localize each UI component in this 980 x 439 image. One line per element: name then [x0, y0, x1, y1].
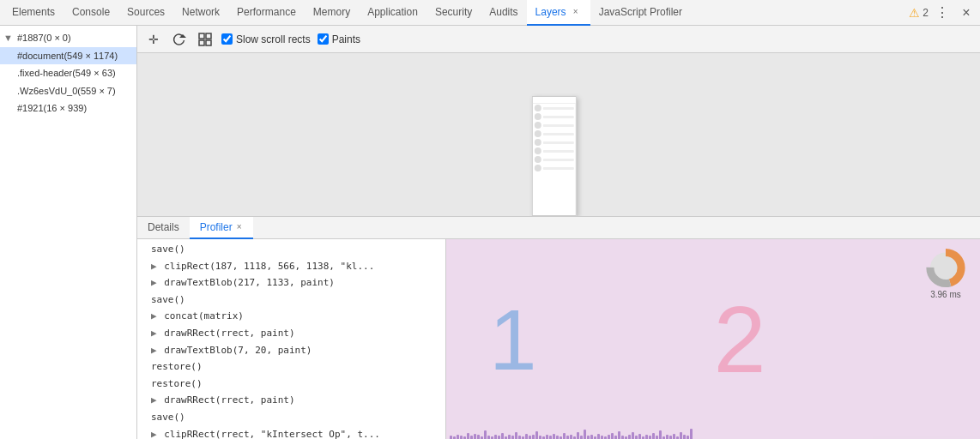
layer-item-document[interactable]: #document(549 × 1174): [0, 47, 136, 65]
pan-tool-button[interactable]: ✛: [144, 30, 163, 49]
tab-elements[interactable]: Elements: [3, 0, 64, 26]
tbar: [638, 434, 641, 439]
profiler-item-drawtextblob1[interactable]: ▶ drawTextBlob(217, 1133, paint): [137, 274, 445, 292]
bottom-tab-profiler[interactable]: Profiler ×: [190, 217, 253, 239]
tab-javascript-profiler[interactable]: JavaScript Profiler: [590, 0, 691, 26]
paints-input[interactable]: [318, 33, 329, 45]
bottom-tab-details[interactable]: Details: [137, 217, 190, 239]
close-devtools-button[interactable]: ×: [956, 3, 977, 23]
thumb-row-8: [533, 164, 576, 172]
svg-rect-4: [206, 40, 211, 45]
pie-label: 3.96 ms: [930, 290, 961, 299]
tbar: [597, 434, 600, 439]
thumb-row-5: [533, 138, 576, 147]
svg-rect-3: [199, 40, 204, 45]
profiler-item-cliprect[interactable]: ▶ clipRect(187, 1118, 566, 1138, "kl...: [137, 258, 445, 275]
thumb-row-3: [533, 121, 576, 129]
layer-item-fixed-header[interactable]: .fixed-header(549 × 63): [0, 64, 136, 82]
tbar: [484, 430, 487, 439]
thumb-row-2: [533, 112, 576, 121]
tab-performance[interactable]: Performance: [228, 0, 305, 26]
tbar: [474, 434, 476, 439]
tbar: [501, 433, 504, 439]
thumb-avatar: [535, 130, 541, 137]
expand-icon: ▼: [3, 33, 13, 43]
expand-icon: ▶: [151, 328, 162, 339]
tab-security[interactable]: Security: [426, 0, 481, 26]
tbar: [690, 429, 693, 439]
thumb-line: [543, 141, 574, 144]
tbar: [628, 435, 631, 439]
thumb-avatar: [535, 139, 541, 146]
tbar: [577, 432, 579, 439]
thumb-row-1: [533, 104, 576, 112]
tbar: [656, 436, 658, 439]
tbar: [652, 433, 655, 439]
profiler-item-restore2[interactable]: restore(): [137, 376, 445, 393]
profiler-item-drawrect1[interactable]: ▶ drawRRect(rrect, paint): [137, 325, 445, 342]
thumb-header: [533, 97, 576, 104]
tbar: [611, 433, 614, 439]
profiler-item-restore1[interactable]: restore(): [137, 358, 445, 376]
expand-icon: ▶: [151, 394, 162, 406]
close-profiler-tab[interactable]: ×: [236, 222, 243, 232]
tbar: [553, 434, 555, 439]
tbar: [487, 436, 490, 439]
more-options-button[interactable]: ⋮: [932, 3, 953, 23]
reset-icon: [198, 33, 212, 46]
reset-tool-button[interactable]: [196, 30, 215, 49]
tab-network[interactable]: Network: [173, 0, 228, 26]
profiler-item-save1[interactable]: save(): [137, 241, 445, 258]
layer-canvas-area: [137, 53, 980, 216]
tbar: [669, 436, 672, 439]
layer-item-wz6es[interactable]: .Wz6esVdU_0(559 × 7): [0, 82, 136, 100]
devtools-tabbar: Elements Console Sources Network Perform…: [0, 0, 980, 26]
tab-memory[interactable]: Memory: [305, 0, 359, 26]
layer-item-1921[interactable]: #1921(16 × 939): [0, 99, 136, 117]
tab-console[interactable]: Console: [64, 0, 118, 26]
tbar: [580, 436, 583, 439]
bottom-section: Details Profiler × save() ▶ clipRect(187…: [137, 216, 980, 439]
tbar: [532, 435, 535, 439]
warning-icon: ⚠: [909, 6, 920, 20]
warning-badge[interactable]: ⚠ 2: [909, 6, 929, 20]
svg-rect-1: [199, 33, 204, 39]
profiler-item-drawtextblob2[interactable]: ▶ drawTextBlob(7, 20, paint): [137, 342, 445, 359]
profiler-item-concat[interactable]: ▶ concat(matrix): [137, 308, 445, 325]
tbar: [511, 436, 514, 439]
profiler-item-save2[interactable]: save(): [137, 292, 445, 309]
slow-scroll-rects-input[interactable]: [221, 33, 233, 45]
tab-sources[interactable]: Sources: [118, 0, 173, 26]
bottom-content: save() ▶ clipRect(187, 1118, 566, 1138, …: [137, 239, 980, 439]
rotate-tool-button[interactable]: [170, 30, 189, 49]
tbar: [635, 436, 638, 439]
tbar: [608, 435, 610, 439]
layer-canvas[interactable]: [137, 53, 980, 216]
profiler-item-save3[interactable]: save(): [137, 409, 445, 426]
tbar: [587, 436, 590, 439]
tab-layers[interactable]: Layers ×: [527, 0, 590, 26]
tabs-right-controls: ⚠ 2 ⋮ ×: [909, 3, 977, 23]
tbar: [614, 436, 617, 439]
layer-item-root[interactable]: ▼ #1887(0 × 0): [0, 29, 136, 47]
profiler-item-drawrect2[interactable]: ▶ drawRRect(rrect, paint): [137, 392, 445, 409]
profiler-item-cliprrect[interactable]: ▶ clipRRect(rrect, "kIntersect_Op", t...: [137, 426, 445, 439]
tbar: [683, 435, 686, 439]
tbar: [539, 436, 541, 439]
layer-tree: ▼ #1887(0 × 0) #document(549 × 1174) .fi…: [0, 26, 136, 439]
main-area: ▼ #1887(0 × 0) #document(549 × 1174) .fi…: [0, 26, 980, 439]
slow-scroll-rects-checkbox[interactable]: Slow scroll rects: [221, 33, 311, 45]
tab-application[interactable]: Application: [359, 0, 426, 26]
tbar: [508, 435, 511, 439]
rotate-icon: [172, 33, 186, 46]
svg-rect-2: [206, 33, 211, 39]
tbar: [467, 433, 469, 439]
pie-chart-container: 3.96 ms: [920, 248, 971, 299]
thumb-avatar: [535, 156, 541, 163]
layer-toolbar: ✛ Slow scroll rects: [137, 26, 980, 53]
tab-audits[interactable]: Audits: [481, 0, 526, 26]
tbar: [687, 436, 689, 439]
close-layers-tab[interactable]: ×: [570, 6, 582, 18]
tbar: [457, 435, 459, 439]
paints-checkbox[interactable]: Paints: [318, 33, 360, 45]
